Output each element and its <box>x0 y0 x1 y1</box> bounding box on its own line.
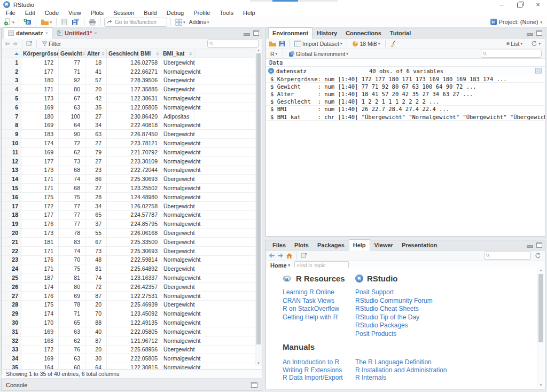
menu-item[interactable]: Edit <box>20 9 40 17</box>
popout-icon[interactable] <box>26 41 33 46</box>
pane-tab[interactable]: Environment <box>268 27 312 38</box>
menu-item[interactable]: View <box>64 9 86 17</box>
help-link[interactable]: Posit Support <box>355 288 433 297</box>
environment-object-row[interactable]: ▸ datensatz 40 obs. of 6 variables <box>266 67 545 75</box>
forward-icon[interactable] <box>277 253 284 258</box>
pane-tab[interactable]: Packages <box>313 239 349 250</box>
pane-tab[interactable]: Presentation <box>397 239 442 250</box>
help-link[interactable]: Posit Products <box>355 330 433 339</box>
scrollbar-thumb[interactable] <box>538 274 543 342</box>
menu-item[interactable]: Plots <box>86 9 108 17</box>
save-environment-icon[interactable] <box>279 41 285 47</box>
help-search-input[interactable] <box>491 252 529 259</box>
column-header[interactable]: Körpergrösse <box>21 49 59 58</box>
environment-search-box[interactable] <box>481 50 542 58</box>
minimize-button[interactable]: – <box>493 0 511 10</box>
help-link[interactable]: RStudio Packages <box>355 322 433 330</box>
help-link[interactable]: R on StackOverflow <box>283 305 345 313</box>
save-all-button[interactable] <box>71 18 81 26</box>
menu-item[interactable]: Help <box>238 9 260 17</box>
row-number-header[interactable] <box>2 49 21 58</box>
scroll-up-icon[interactable]: ▲ <box>255 48 262 53</box>
manual-link[interactable]: R Installation and Administration <box>355 366 447 374</box>
pane-tab[interactable]: Connections <box>341 27 386 38</box>
new-file-button[interactable]: ▾ <box>3 18 15 26</box>
view-data-icon[interactable] <box>535 68 542 74</box>
goto-file-box[interactable] <box>104 18 167 27</box>
environment-search-input[interactable] <box>489 50 540 57</box>
popout-icon[interactable] <box>301 253 307 258</box>
addins-button[interactable]: Addins ▾ <box>188 18 210 26</box>
pane-tab[interactable]: History <box>312 27 341 38</box>
restore-button[interactable] <box>511 0 529 10</box>
maximize-pane-icon[interactable] <box>536 242 542 248</box>
help-link[interactable]: RStudio Community Forum <box>355 297 433 305</box>
menu-item[interactable]: Code <box>40 9 64 17</box>
clear-objects-icon[interactable] <box>389 40 397 47</box>
goto-file-input[interactable] <box>114 19 164 26</box>
help-link[interactable]: Getting Help with R <box>283 313 345 322</box>
pane-tab[interactable]: Files <box>268 239 290 250</box>
manual-link[interactable]: Writing R Extensions <box>283 366 343 374</box>
restore-pane-icon[interactable] <box>251 382 257 388</box>
help-link[interactable]: RStudio Cheat Sheets <box>355 305 433 313</box>
open-environment-icon[interactable] <box>269 41 277 47</box>
help-link[interactable]: RStudio Tip of the Day <box>355 313 433 322</box>
scroll-down-icon[interactable]: ▼ <box>255 360 262 366</box>
menu-item[interactable]: Session <box>108 9 139 17</box>
minimize-pane-icon[interactable] <box>527 245 533 248</box>
help-link[interactable]: CRAN Task Views <box>283 297 345 305</box>
console-bar[interactable]: Console <box>1 379 262 391</box>
column-header[interactable]: Gewicht <box>59 49 85 58</box>
scope-selector[interactable]: Global Environment ▾ <box>287 50 349 58</box>
import-dataset-button[interactable]: Import Dataset ▾ <box>293 40 343 48</box>
project-selector[interactable]: R Project: (None) ▾ <box>490 19 545 25</box>
manual-link[interactable]: R Data Import/Export <box>283 374 343 382</box>
manual-link[interactable]: R Internals <box>355 374 447 382</box>
scrollbar-thumb[interactable] <box>256 53 261 344</box>
minimize-pane-icon[interactable] <box>244 33 250 36</box>
filter-button[interactable]: Filter <box>41 40 62 48</box>
close-tab-icon[interactable]: × <box>45 30 48 36</box>
data-search-input[interactable] <box>215 40 256 47</box>
new-project-button[interactable]: R <box>22 18 33 26</box>
close-button[interactable]: × <box>529 0 547 10</box>
print-button[interactable] <box>88 18 97 26</box>
minimize-pane-icon[interactable] <box>527 33 533 36</box>
column-header[interactable]: BMI_kat <box>161 49 194 58</box>
vertical-scrollbar[interactable]: ▲ ▼ <box>255 48 262 366</box>
manual-link[interactable]: An Introduction to R <box>283 358 343 366</box>
pane-tab[interactable]: Plots <box>290 239 313 250</box>
pane-tab[interactable]: Tutorial <box>386 27 416 38</box>
maximize-pane-icon[interactable] <box>536 30 542 36</box>
refresh-environment-button[interactable]: ▾ <box>530 40 542 48</box>
back-icon[interactable] <box>269 253 275 258</box>
save-button[interactable] <box>60 18 69 26</box>
list-view-button[interactable]: ≡ List ▾ <box>505 40 523 48</box>
pane-tab[interactable]: Help <box>349 239 370 250</box>
menu-item[interactable]: Build <box>139 9 161 17</box>
back-icon[interactable] <box>4 41 10 46</box>
help-scrollbar[interactable]: ▲ ▼ <box>537 268 544 388</box>
column-header[interactable]: Geschlecht <box>107 49 139 58</box>
menu-item[interactable]: Tools <box>215 9 238 17</box>
help-link[interactable]: Learning R Online <box>283 288 345 297</box>
scroll-up-icon[interactable]: ▲ <box>537 268 544 273</box>
expand-object-icon[interactable]: ▸ <box>268 68 274 74</box>
manual-link[interactable]: The R Language Definition <box>355 358 447 366</box>
tab-untitled1[interactable]: R Untitled1* × <box>52 27 101 38</box>
memory-usage-button[interactable]: 18 MiB ▾ <box>351 40 381 48</box>
open-file-button[interactable]: ▾ <box>40 18 53 26</box>
panes-layout-button[interactable]: ▾ <box>174 18 186 26</box>
menu-item[interactable]: File <box>1 9 20 17</box>
column-header[interactable]: Alter <box>85 49 107 58</box>
menu-item[interactable]: Profile <box>189 9 215 17</box>
tab-datensatz[interactable]: datensatz × <box>4 27 52 38</box>
home-icon[interactable] <box>286 253 293 259</box>
maximize-pane-icon[interactable] <box>253 30 259 36</box>
data-search-box[interactable] <box>207 40 259 48</box>
pane-tab[interactable]: Viewer <box>370 239 397 250</box>
refresh-icon[interactable] <box>535 253 541 259</box>
forward-icon[interactable] <box>12 41 18 46</box>
language-selector[interactable]: R ▾ <box>269 50 278 58</box>
